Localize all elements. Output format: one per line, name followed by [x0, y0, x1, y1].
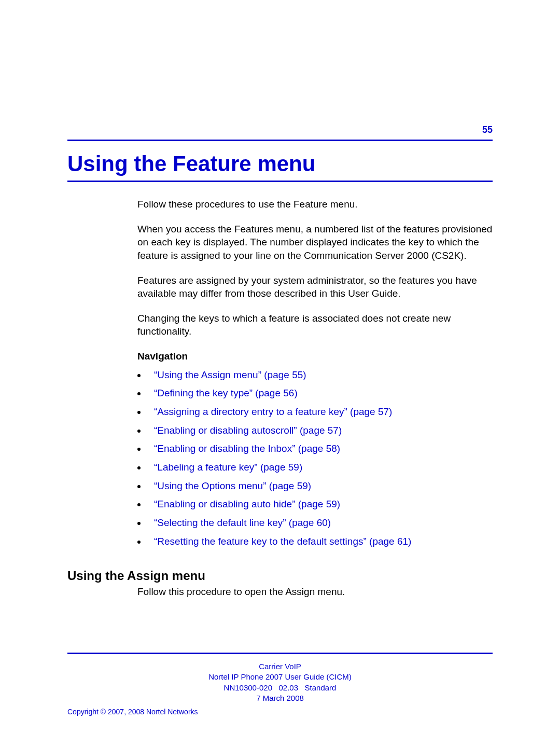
nav-link[interactable]: “Resetting the feature key to the defaul… — [154, 536, 411, 547]
top-rule — [67, 140, 493, 141]
nav-item: “Enabling or disabling the Inbox” (page … — [147, 442, 493, 455]
nav-item: “Assigning a directory entry to a featur… — [147, 405, 493, 419]
nav-item: “Using the Assign menu” (page 55) — [147, 368, 493, 382]
nav-link[interactable]: “Selecting the default line key” (page 6… — [154, 517, 331, 528]
nav-link[interactable]: “Assigning a directory entry to a featur… — [154, 406, 392, 417]
title-underline — [67, 181, 493, 182]
intro-paragraph-2: When you access the Features menu, a num… — [137, 223, 493, 262]
nav-item: “Using the Options menu” (page 59) — [147, 479, 493, 493]
intro-paragraph-3: Features are assigned by your system adm… — [137, 274, 493, 300]
nav-item: “Enabling or disabling auto hide” (page … — [147, 497, 493, 511]
footer-line-1: Carrier VoIP — [67, 661, 493, 672]
footer-rule — [67, 653, 493, 654]
nav-link[interactable]: “Enabling or disabling auto hide” (page … — [154, 499, 340, 509]
section-heading: Using the Assign menu — [67, 569, 493, 583]
page-footer: Carrier VoIP Nortel IP Phone 2007 User G… — [67, 653, 493, 716]
intro-paragraph-4: Changing the keys to which a feature is … — [137, 312, 493, 338]
nav-link[interactable]: “Using the Assign menu” (page 55) — [154, 369, 306, 380]
footer-line-2: Nortel IP Phone 2007 User Guide (CICM) — [67, 672, 493, 682]
page-content: 55 Using the Feature menu Follow these p… — [0, 0, 560, 599]
nav-link[interactable]: “Using the Options menu” (page 59) — [154, 480, 311, 491]
nav-link[interactable]: “Enabling or disabling the Inbox” (page … — [154, 443, 340, 454]
section-paragraph: Follow this procedure to open the Assign… — [137, 585, 493, 599]
footer-center: Carrier VoIP Nortel IP Phone 2007 User G… — [67, 661, 493, 703]
footer-line-4: 7 March 2008 — [67, 693, 493, 703]
nav-link[interactable]: “Labeling a feature key” (page 59) — [154, 462, 302, 473]
section-body: Follow this procedure to open the Assign… — [137, 585, 493, 599]
page-number: 55 — [67, 125, 493, 135]
nav-item: “Labeling a feature key” (page 59) — [147, 461, 493, 474]
nav-link[interactable]: “Enabling or disabling autoscroll” (page… — [154, 425, 342, 436]
nav-link[interactable]: “Defining the key type” (page 56) — [154, 388, 298, 398]
chapter-title: Using the Feature menu — [67, 151, 493, 176]
navigation-heading: Navigation — [137, 350, 493, 363]
nav-item: “Selecting the default line key” (page 6… — [147, 516, 493, 530]
footer-copyright: Copyright © 2007, 2008 Nortel Networks — [67, 708, 493, 716]
navigation-list: “Using the Assign menu” (page 55) “Defin… — [137, 368, 493, 548]
nav-item: “Defining the key type” (page 56) — [147, 386, 493, 400]
nav-item: “Resetting the feature key to the defaul… — [147, 535, 493, 548]
body-text-block: Follow these procedures to use the Featu… — [137, 198, 493, 548]
footer-line-3: NN10300-020 02.03 Standard — [67, 683, 493, 693]
intro-paragraph-1: Follow these procedures to use the Featu… — [137, 198, 493, 211]
nav-item: “Enabling or disabling autoscroll” (page… — [147, 424, 493, 437]
